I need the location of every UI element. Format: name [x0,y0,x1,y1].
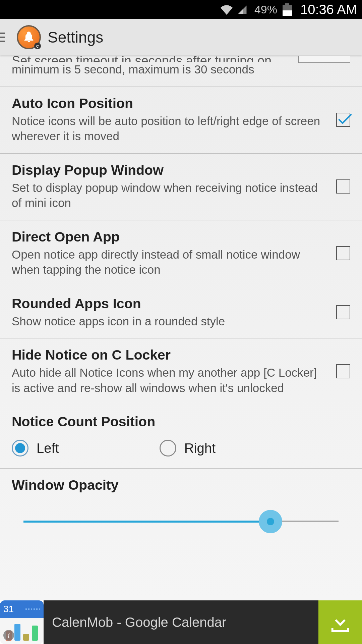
setting-desc: Show notice apps icon in a rounded style [12,314,326,329]
setting-desc: Auto hide all Notice Icons when my anoth… [12,365,326,395]
section-title: Window Opacity [12,477,350,493]
page-title: Settings [48,28,103,46]
opacity-slider[interactable] [12,510,350,533]
slider-fill [23,521,278,523]
screen-timeout-input[interactable] [298,56,350,63]
signal-icon [236,5,248,15]
drawer-icon[interactable] [0,33,8,42]
setting-desc: Open notice app directly instead of smal… [12,247,326,277]
direct-open-app-item[interactable]: Direct Open App Open notice app directly… [0,220,362,287]
ad-icon-date: 31 [3,604,14,614]
download-icon [328,610,352,634]
direct-open-app-checkbox[interactable] [336,246,350,260]
ad-info-icon[interactable]: i [3,630,14,641]
notice-count-position-section: Notice Count Position Left Right [0,405,362,469]
setting-desc: Set to display popup window when receivi… [12,180,326,211]
setting-title: Direct Open App [12,229,326,245]
hide-notice-clocker-checkbox[interactable] [336,364,350,378]
hide-notice-clocker-item[interactable]: Hide Notice on C Locker Auto hide all No… [0,338,362,405]
wifi-icon [220,5,233,15]
battery-percentage: 49% [254,3,277,16]
rounded-apps-icon-item[interactable]: Rounded Apps Icon Show notice apps icon … [0,287,362,339]
ad-banner[interactable]: 31 i CalenMob - Google Calendar [0,600,362,644]
radio-option-left[interactable]: Left [12,440,59,457]
window-opacity-section: Window Opacity [0,469,362,547]
ad-text: CalenMob - Google Calendar [52,613,318,631]
auto-icon-position-checkbox[interactable] [336,113,350,127]
clock: 10:36 AM [300,2,357,17]
setting-desc: minimum is 5 second, maximum is 30 secon… [12,62,350,77]
radio-right[interactable] [160,440,176,457]
setting-title: Hide Notice on C Locker [12,347,326,363]
radio-label: Left [37,441,59,456]
setting-desc: Notice icons will be auto position to le… [12,113,326,144]
setting-title: Display Popup Window [12,162,326,178]
setting-title: Rounded Apps Icon [12,296,326,312]
ad-download-button[interactable] [318,600,362,644]
battery-icon [283,3,292,16]
app-bar: Settings [0,19,362,55]
radio-label: Right [184,441,216,456]
app-logo-icon[interactable] [17,25,41,49]
auto-icon-position-item[interactable]: Auto Icon Position Notice icons will be … [0,87,362,154]
slider-thumb[interactable] [259,510,282,533]
radio-left[interactable] [12,440,28,457]
setting-title: Auto Icon Position [12,96,326,111]
ad-app-icon: 31 i [0,600,44,644]
display-popup-window-item[interactable]: Display Popup Window Set to display popu… [0,154,362,220]
status-bar: 49% 10:36 AM [0,0,362,19]
section-title: Notice Count Position [0,405,362,433]
display-popup-window-checkbox[interactable] [336,179,350,194]
rounded-apps-icon-checkbox[interactable] [336,305,350,319]
radio-option-right[interactable]: Right [160,440,216,457]
settings-list[interactable]: Set screen timeout in seconds after turn… [0,55,362,600]
radio-group: Left Right [0,433,362,469]
status-icons: 49% 10:36 AM [220,2,357,17]
